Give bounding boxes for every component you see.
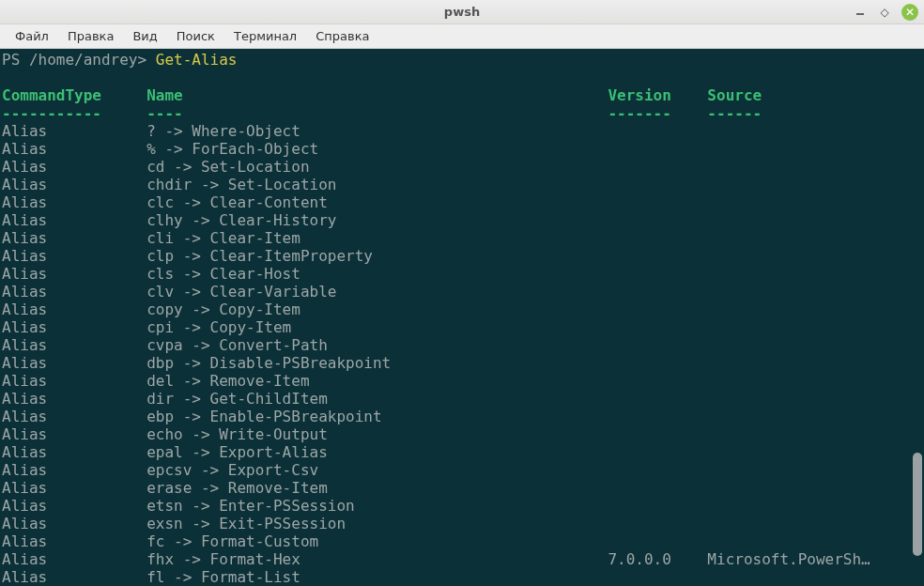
table-row: Alias cli -> Clear-Item bbox=[2, 229, 707, 247]
menu-item-4[interactable]: Терминал bbox=[224, 25, 306, 47]
table-row: Alias cd -> Set-Location bbox=[2, 158, 707, 176]
header-row: CommandType Name Version Source bbox=[2, 86, 762, 104]
table-row: Alias clp -> Clear-ItemProperty bbox=[2, 247, 707, 265]
table-row: Alias fc -> Format-Custom bbox=[2, 532, 707, 550]
table-row: Alias del -> Remove-Item bbox=[2, 372, 707, 390]
table-row: Alias ebp -> Enable-PSBreakpoint bbox=[2, 408, 707, 425]
menu-item-5[interactable]: Справка bbox=[306, 25, 378, 47]
table-row: Alias clv -> Clear-Variable bbox=[2, 283, 707, 301]
prompt: PS /home/andrey> bbox=[2, 51, 156, 69]
table-row: Alias etsn -> Enter-PSSession bbox=[2, 497, 707, 515]
table-row: Alias epcsv -> Export-Csv bbox=[2, 461, 707, 479]
table-row: Alias cpi -> Copy-Item bbox=[2, 318, 707, 336]
table-row: Alias cvpa -> Convert-Path bbox=[2, 336, 707, 354]
table-row: Alias chdir -> Set-Location bbox=[2, 176, 707, 193]
table-row: Alias exsn -> Exit-PSSession bbox=[2, 515, 707, 532]
window-controls: ◇ ✕ bbox=[853, 4, 918, 21]
table-row: Alias fl -> Format-List bbox=[2, 568, 707, 586]
terminal-area[interactable]: PS /home/andrey> Get-Alias CommandType N… bbox=[0, 49, 924, 586]
table-row: Alias copy -> Copy-Item bbox=[2, 301, 707, 318]
window-titlebar: pwsh ◇ ✕ bbox=[0, 0, 924, 24]
table-row: Alias cls -> Clear-Host bbox=[2, 265, 707, 283]
close-button[interactable]: ✕ bbox=[901, 4, 918, 21]
table-row: Alias fhx -> Format-Hex 7.0.0.0 Microsof… bbox=[2, 550, 870, 568]
table-row: Alias clhy -> Clear-History bbox=[2, 211, 707, 229]
header-separator: ----------- ---- ------- ------ bbox=[2, 104, 762, 122]
menu-item-2[interactable]: Вид bbox=[123, 25, 166, 47]
table-row: Alias echo -> Write-Output bbox=[2, 425, 707, 443]
menu-item-1[interactable]: Правка bbox=[58, 25, 123, 47]
terminal-output[interactable]: PS /home/andrey> Get-Alias CommandType N… bbox=[0, 49, 924, 586]
minimize-button[interactable] bbox=[853, 5, 868, 20]
scrollbar-thumb[interactable] bbox=[913, 453, 922, 556]
command: Get-Alias bbox=[156, 51, 238, 69]
table-row: Alias ? -> Where-Object bbox=[2, 122, 707, 140]
table-row: Alias dir -> Get-ChildItem bbox=[2, 390, 707, 408]
table-row: Alias epal -> Export-Alias bbox=[2, 443, 707, 461]
table-row: Alias clc -> Clear-Content bbox=[2, 193, 707, 211]
menubar: ФайлПравкаВидПоискТерминалСправка bbox=[0, 24, 924, 49]
table-row: Alias erase -> Remove-Item bbox=[2, 479, 707, 497]
table-row: Alias dbp -> Disable-PSBreakpoint bbox=[2, 354, 707, 372]
menu-item-0[interactable]: Файл bbox=[6, 25, 58, 47]
window-title: pwsh bbox=[0, 5, 924, 19]
menu-item-3[interactable]: Поиск bbox=[167, 25, 224, 47]
table-row: Alias % -> ForEach-Object bbox=[2, 140, 707, 158]
maximize-button[interactable]: ◇ bbox=[877, 5, 892, 20]
